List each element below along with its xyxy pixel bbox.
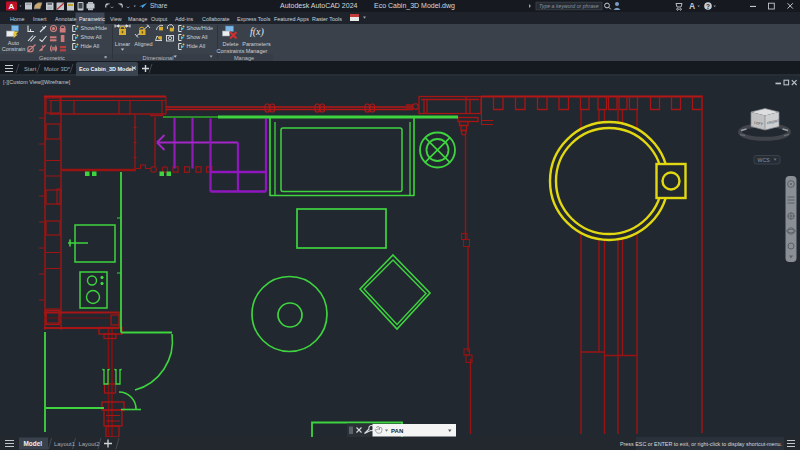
svg-text:Express Tools: Express Tools: [237, 16, 271, 22]
svg-text:Autodesk AutoCAD 2024: Autodesk AutoCAD 2024: [280, 2, 358, 9]
svg-text:Manage: Manage: [234, 55, 254, 61]
svg-text:Dimensional: Dimensional: [143, 55, 174, 61]
svg-text:Press ESC or ENTER to exit, or: Press ESC or ENTER to exit, or right-cli…: [620, 441, 782, 447]
svg-text:Hide All: Hide All: [81, 43, 100, 49]
svg-text:Show All: Show All: [81, 34, 102, 40]
svg-text:Delete: Delete: [223, 41, 239, 47]
svg-text:Geometric: Geometric: [39, 55, 65, 61]
svg-text:Share: Share: [150, 2, 168, 9]
svg-text:Show/Hide: Show/Hide: [187, 25, 214, 31]
svg-text:?: ?: [706, 3, 710, 10]
svg-text:Annotate: Annotate: [55, 16, 77, 22]
svg-text:Hide All: Hide All: [187, 43, 206, 49]
svg-text:[-][Custom View][Wireframe]: [-][Custom View][Wireframe]: [3, 79, 71, 85]
svg-text:Eco Cabin_3D Model.dwg: Eco Cabin_3D Model.dwg: [374, 2, 455, 10]
svg-text:View: View: [110, 16, 122, 22]
svg-text:Linear: Linear: [115, 41, 130, 47]
svg-text:Layout2: Layout2: [79, 441, 100, 447]
svg-text:f(x): f(x): [250, 26, 265, 38]
svg-text:Insert: Insert: [33, 16, 47, 22]
svg-text:Add-ins: Add-ins: [175, 16, 194, 22]
svg-text:Auto: Auto: [8, 40, 19, 46]
svg-text:Model: Model: [24, 440, 43, 447]
svg-text:Parameters: Parameters: [242, 41, 271, 47]
svg-text:Show All: Show All: [187, 34, 208, 40]
svg-text:Raster Tools: Raster Tools: [312, 16, 342, 22]
svg-text:Output: Output: [151, 16, 168, 22]
svg-text:Manage: Manage: [128, 16, 147, 22]
svg-text:Show/Hide: Show/Hide: [81, 25, 108, 31]
svg-text:A: A: [689, 1, 695, 11]
svg-text:Collaborate: Collaborate: [202, 16, 230, 22]
svg-text:Aligned: Aligned: [134, 41, 152, 47]
svg-text:Type a keyword or phrase: Type a keyword or phrase: [539, 3, 599, 9]
svg-text:Eco Cabin_3D Model*: Eco Cabin_3D Model*: [79, 66, 136, 72]
svg-text:Manager: Manager: [246, 48, 268, 54]
svg-text:Constraints: Constraints: [217, 48, 245, 54]
svg-text:Motor 3D*: Motor 3D*: [44, 66, 71, 72]
svg-text:A: A: [9, 2, 15, 11]
svg-text:Featured Apps: Featured Apps: [274, 16, 309, 22]
svg-text:Constrain: Constrain: [2, 46, 26, 52]
svg-text:WCS: WCS: [758, 157, 771, 163]
svg-text:Parametric: Parametric: [79, 16, 105, 22]
svg-text:PAN: PAN: [391, 428, 403, 434]
svg-text:Start: Start: [24, 66, 37, 72]
svg-text:Layout1: Layout1: [54, 441, 75, 447]
svg-text:Home: Home: [10, 16, 24, 22]
